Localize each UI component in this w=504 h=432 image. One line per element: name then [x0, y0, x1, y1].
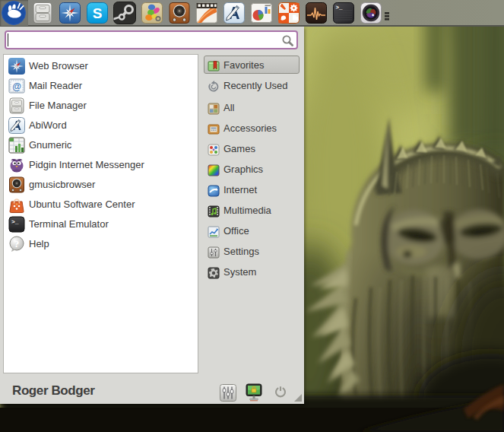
svg-text:>_: >_	[336, 5, 344, 11]
svg-text:@: @	[12, 81, 21, 92]
svg-text:?: ?	[14, 238, 20, 249]
svg-text:S: S	[93, 5, 103, 21]
svg-text:>_: >_	[11, 218, 19, 225]
